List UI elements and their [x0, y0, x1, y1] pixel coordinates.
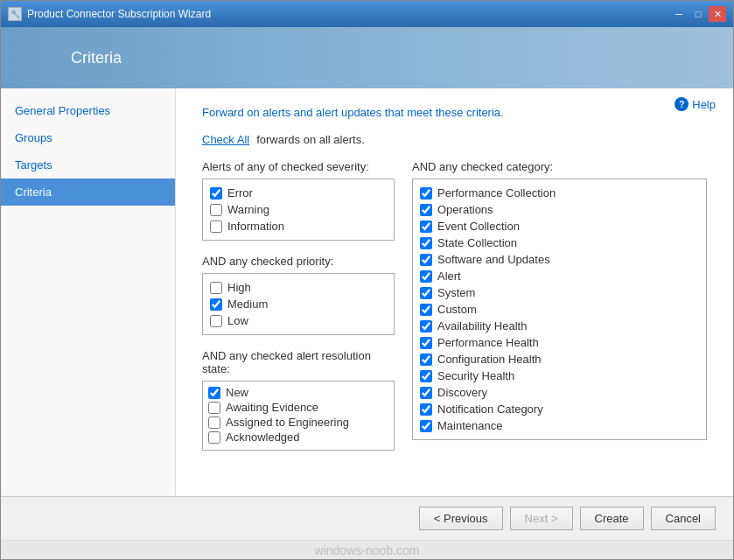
content-area: General Properties Groups Targets Criter… — [1, 88, 733, 496]
cat-operations-label: Operations — [437, 203, 493, 216]
maximize-button[interactable]: □ — [689, 6, 707, 22]
cat-maintenance-row: Maintenance — [420, 417, 699, 434]
severity-information-checkbox[interactable] — [210, 220, 222, 233]
severity-section: Alerts of any of checked severity: Error… — [202, 160, 395, 241]
cat-performance-health-row: Performance Health — [420, 334, 699, 351]
priority-low-label: Low — [227, 314, 248, 327]
title-bar: 🔧 Product Connector Subscription Wizard … — [1, 1, 733, 27]
cat-software-updates-label: Software and Updates — [437, 253, 550, 266]
resolution-acknowledged-checkbox[interactable] — [208, 431, 220, 444]
sidebar-item-general-properties[interactable]: General Properties — [1, 97, 175, 124]
sidebar: General Properties Groups Targets Criter… — [1, 88, 176, 496]
priority-medium-checkbox[interactable] — [210, 298, 222, 311]
cat-discovery-row: Discovery — [420, 384, 699, 401]
priority-low-row: Low — [210, 312, 387, 329]
cat-custom-label: Custom — [437, 303, 477, 316]
severity-warning-checkbox[interactable] — [210, 204, 222, 216]
cat-event-collection-label: Event Collection — [437, 220, 520, 233]
criteria-sections: Alerts of any of checked severity: Error… — [202, 160, 707, 451]
cat-software-updates-row: Software and Updates — [420, 251, 699, 268]
cat-performance-health-label: Performance Health — [437, 336, 539, 349]
severity-error-checkbox[interactable] — [210, 187, 222, 200]
wizard-window: 🔧 Product Connector Subscription Wizard … — [0, 0, 734, 560]
resolution-box[interactable]: New Awaiting Evidence Assigned to Engine… — [202, 381, 395, 451]
close-button[interactable]: ✕ — [709, 6, 726, 22]
cat-custom-row: Custom — [420, 301, 699, 318]
cat-discovery-checkbox[interactable] — [420, 387, 432, 399]
cat-alert-row: Alert — [420, 268, 699, 284]
priority-medium-row: Medium — [210, 296, 387, 312]
create-button[interactable]: Create — [580, 507, 644, 530]
resolution-new-checkbox[interactable] — [208, 387, 220, 399]
cat-performance-collection-checkbox[interactable] — [420, 187, 432, 200]
priority-box: High Medium Low — [202, 273, 395, 335]
cat-notification-category-row: Notification Category — [420, 401, 699, 417]
cat-discovery-label: Discovery — [437, 386, 487, 399]
resolution-acknowledged-label: Acknowledged — [226, 430, 300, 444]
cancel-button[interactable]: Cancel — [651, 507, 716, 530]
cat-custom-checkbox[interactable] — [420, 304, 432, 316]
help-icon: ? — [675, 97, 689, 111]
cat-alert-label: Alert — [437, 270, 461, 283]
severity-box: Error Warning Information — [202, 178, 395, 241]
check-all-link[interactable]: Check All — [202, 133, 249, 146]
title-bar-left: 🔧 Product Connector Subscription Wizard — [8, 7, 211, 21]
check-all-desc: forwards on all alerts. — [256, 133, 365, 146]
cat-system-checkbox[interactable] — [420, 287, 432, 299]
cat-security-health-row: Security Health — [420, 368, 699, 384]
category-section: AND any checked category: Performance Co… — [412, 160, 707, 451]
priority-high-row: High — [210, 279, 387, 296]
cat-system-label: System — [437, 286, 475, 299]
next-button[interactable]: Next > — [510, 507, 573, 530]
cat-configuration-health-checkbox[interactable] — [420, 354, 432, 366]
resolution-new-label: New — [226, 386, 248, 399]
cat-notification-category-checkbox[interactable] — [420, 403, 432, 416]
resolution-engineering-checkbox[interactable] — [208, 416, 220, 429]
header-banner: Criteria — [1, 27, 733, 88]
cat-configuration-health-label: Configuration Health — [437, 353, 542, 366]
cat-alert-checkbox[interactable] — [420, 270, 432, 283]
footer: < Previous Next > Create Cancel — [1, 496, 733, 540]
priority-section: AND any checked priority: High Medium — [202, 255, 395, 335]
severity-error-row: Error — [210, 185, 387, 201]
cat-state-collection-row: State Collection — [420, 234, 699, 251]
cat-performance-health-checkbox[interactable] — [420, 337, 432, 349]
cat-availability-health-label: Availability Health — [437, 319, 527, 332]
sidebar-item-targets[interactable]: Targets — [1, 151, 175, 178]
sidebar-item-criteria[interactable]: Criteria — [1, 178, 175, 206]
priority-high-checkbox[interactable] — [210, 282, 222, 294]
minimize-button[interactable]: ─ — [670, 6, 688, 22]
resolution-engineering-row: Assigned to Engineering — [208, 415, 388, 430]
window-title: Product Connector Subscription Wizard — [27, 8, 211, 20]
severity-information-label: Information — [227, 220, 284, 233]
cat-availability-health-checkbox[interactable] — [420, 320, 432, 332]
severity-warning-label: Warning — [227, 203, 269, 216]
severity-warning-row: Warning — [210, 201, 387, 218]
priority-low-checkbox[interactable] — [210, 315, 222, 327]
severity-label: Alerts of any of checked severity: — [202, 160, 395, 173]
cat-event-collection-checkbox[interactable] — [420, 220, 432, 233]
severity-information-row: Information — [210, 218, 387, 234]
resolution-awaiting-checkbox[interactable] — [208, 402, 220, 414]
cat-operations-checkbox[interactable] — [420, 204, 432, 216]
main-content: ? Help Forward on alerts and alert updat… — [176, 88, 733, 496]
cat-software-updates-checkbox[interactable] — [420, 254, 432, 266]
intro-text: Forward on alerts and alert updates that… — [202, 106, 707, 119]
cat-notification-category-label: Notification Category — [437, 402, 543, 416]
cat-system-row: System — [420, 284, 699, 301]
category-box: Performance Collection Operations Event … — [412, 178, 707, 440]
cat-state-collection-label: State Collection — [437, 236, 517, 249]
cat-state-collection-checkbox[interactable] — [420, 237, 432, 249]
sidebar-item-groups[interactable]: Groups — [1, 124, 175, 151]
cat-event-collection-row: Event Collection — [420, 218, 699, 234]
cat-security-health-checkbox[interactable] — [420, 370, 432, 382]
cat-performance-collection-label: Performance Collection — [437, 186, 556, 200]
check-all-row: Check All forwards on all alerts. — [202, 133, 707, 146]
previous-button[interactable]: < Previous — [419, 507, 503, 530]
left-sections: Alerts of any of checked severity: Error… — [202, 160, 395, 451]
resolution-section: AND any checked alert resolution state: … — [202, 349, 395, 451]
help-link[interactable]: ? Help — [675, 97, 716, 111]
resolution-awaiting-row: Awaiting Evidence — [208, 400, 388, 415]
app-icon: 🔧 — [8, 7, 22, 21]
cat-maintenance-checkbox[interactable] — [420, 420, 432, 432]
